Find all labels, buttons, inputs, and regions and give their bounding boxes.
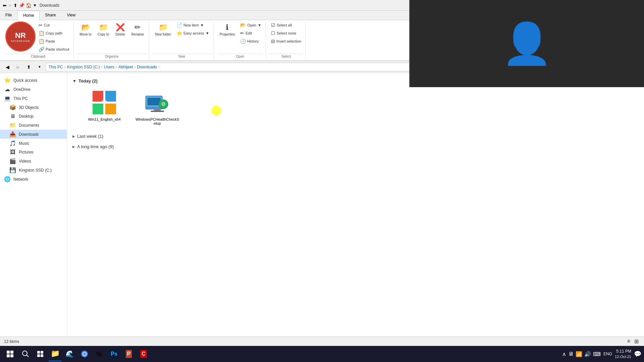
search-taskbar-button[interactable] <box>19 347 32 361</box>
logo-circle[interactable]: NR NOTEREVIEW <box>5 21 36 52</box>
details-view-button[interactable]: ≡ <box>626 338 632 345</box>
ribbon-group-select: ☑ Select all ☐ Select none ⊟ Invert sele… <box>267 21 306 59</box>
start-button[interactable] <box>3 347 17 361</box>
history-button[interactable]: 🕒 History <box>238 38 263 45</box>
app-taskbar-button[interactable]: C <box>137 347 150 361</box>
sidebar-item-desktop[interactable]: 🖥 Desktop <box>0 112 67 121</box>
copy-to-button[interactable]: 📁 Copy to <box>95 21 111 38</box>
select-none-button[interactable]: ☐ Select none <box>269 29 303 37</box>
date-group-long-ago-label: A long time ago (9) <box>77 144 114 149</box>
tab-share[interactable]: Share <box>40 11 61 20</box>
sidebar-item-kingston-ssd[interactable]: 💾 Kingston SSD (C:) <box>0 166 67 175</box>
title-bar-forward[interactable]: ➡ <box>8 3 12 8</box>
properties-button[interactable]: ℹ Properties <box>217 21 237 38</box>
task-view-button[interactable] <box>34 347 47 361</box>
select-all-button[interactable]: ☑ Select all <box>269 21 303 29</box>
sidebar-item-downloads[interactable]: 📥 Downloads <box>0 130 67 139</box>
new-folder-icon: 📁 <box>159 23 168 32</box>
ribbon-group-organize: 📂 Move to 📁 Copy to ❌ Delete ✏ Rename Or… <box>74 21 149 59</box>
breadcrumb-this-pc[interactable]: This PC <box>49 65 63 69</box>
taskbar-time[interactable]: 5:11 PM 12-Oct-21 <box>615 349 631 359</box>
sidebar-item-this-pc[interactable]: 💻 This PC <box>0 94 67 103</box>
keyboard-icon[interactable]: ⌨ <box>593 351 601 357</box>
new-folder-button[interactable]: 📁 New folder <box>153 21 173 38</box>
sidebar-item-onedrive[interactable]: ☁ OneDrive <box>0 85 67 94</box>
store-taskbar-button[interactable]: 🛍 <box>93 347 106 361</box>
svg-point-24 <box>83 353 86 355</box>
title-bar-dropdown[interactable]: ▼ <box>33 3 37 8</box>
sidebar-item-music[interactable]: 🎵 Music <box>0 139 67 148</box>
file-icon-winpchealth: ⚙ <box>144 89 171 116</box>
open-button[interactable]: 📂 Open ▼ <box>238 21 263 29</box>
wifi-icon[interactable]: 📶 <box>576 351 582 357</box>
svg-text:⚙: ⚙ <box>161 101 166 107</box>
sidebar-item-videos[interactable]: 🎬 Videos <box>0 157 67 166</box>
monitor-icon[interactable]: 🖥 <box>568 351 574 357</box>
up-button[interactable]: ⬆ <box>24 62 34 72</box>
copy-path-button[interactable]: 📋 Copy path <box>37 29 71 37</box>
svg-rect-15 <box>10 354 13 357</box>
svg-text:WIN: WIN <box>102 100 107 103</box>
easy-access-button[interactable]: ⭐ Easy access ▼ <box>175 29 211 37</box>
notifications-button[interactable]: 💬 <box>634 350 641 358</box>
sidebar-item-documents[interactable]: 📁 Documents <box>0 121 67 130</box>
paste-button[interactable]: 📋 Paste <box>37 38 71 45</box>
edge-taskbar-button[interactable]: 🌊 <box>63 347 76 361</box>
new-label: New <box>153 54 211 59</box>
language-indicator[interactable]: ENG <box>603 352 612 356</box>
file-explorer-taskbar-button[interactable]: 📁 <box>48 347 62 361</box>
svg-rect-8 <box>154 109 161 111</box>
sidebar-item-3d-objects[interactable]: 📦 3D Objects <box>0 103 67 112</box>
new-item-icon: 📄 <box>176 22 182 28</box>
quick-access-pin[interactable]: 📌 <box>19 3 24 8</box>
title-bar-fav[interactable]: 🏠 <box>26 3 32 8</box>
tab-view[interactable]: View <box>61 11 81 20</box>
speaker-icon[interactable]: 🔊 <box>584 351 591 357</box>
file-item-winpchealth[interactable]: ⚙ WindowsPCHealthCheckSetup <box>132 86 182 128</box>
invert-selection-button[interactable]: ⊟ Invert selection <box>269 38 303 45</box>
paste-shortcut-button[interactable]: 🔗 Paste shortcut <box>37 46 71 53</box>
svg-rect-3 <box>105 104 116 114</box>
large-icons-view-button[interactable]: ⊞ <box>633 338 640 345</box>
file-item-win11[interactable]: WIN Win11_English_x64 <box>79 86 129 128</box>
date-group-long-ago-header[interactable]: ▶ A long time ago (9) <box>72 144 639 149</box>
arrow-last-week: ▶ <box>72 134 75 138</box>
clipboard-label: Clipboard <box>5 54 71 59</box>
tab-file[interactable]: File <box>0 11 17 20</box>
svg-rect-1 <box>105 91 116 102</box>
sidebar-item-pictures[interactable]: 🖼 Pictures <box>0 148 67 157</box>
breadcrumb-users[interactable]: Users <box>104 65 114 69</box>
chrome-taskbar-button[interactable] <box>78 347 91 361</box>
sidebar-item-label-documents: Documents <box>19 123 39 128</box>
paste-icon: 📋 <box>39 39 44 44</box>
back-button[interactable]: ◀ <box>3 62 12 72</box>
title-bar-up[interactable]: ⬆ <box>13 3 17 8</box>
move-to-button[interactable]: 📂 Move to <box>77 21 94 38</box>
recent-button[interactable]: ▼ <box>35 62 44 72</box>
chevron-up-icon[interactable]: ∧ <box>562 351 566 357</box>
sidebar-item-quick-access[interactable]: ⭐ Quick access <box>0 76 67 85</box>
cut-button[interactable]: ✂ Cut <box>37 21 71 29</box>
date-group-last-week-header[interactable]: ▶ Last week (1) <box>72 134 639 139</box>
breadcrumb-downloads[interactable]: Downloads <box>137 65 157 69</box>
easy-access-icon: ⭐ <box>176 31 182 36</box>
delete-button[interactable]: ❌ Delete <box>113 21 127 38</box>
sidebar-item-label-network: Network <box>13 177 28 182</box>
status-bar: 12 items ≡ ⊞ <box>0 337 644 346</box>
tab-home[interactable]: Home <box>17 11 40 20</box>
photoshop-taskbar-button[interactable]: Ps <box>107 347 121 361</box>
edit-button[interactable]: ✏ Edit <box>238 29 263 37</box>
breadcrumb-kingston[interactable]: Kingston SSD (C:) <box>67 65 100 69</box>
powerpoint-taskbar-button[interactable]: P <box>122 347 136 361</box>
title-bar-back[interactable]: ⬅ <box>3 3 7 8</box>
new-item-button[interactable]: 📄 New item ▼ <box>175 21 211 29</box>
rename-button[interactable]: ✏ Rename <box>129 21 146 38</box>
breadcrumb-abhijeet[interactable]: Abhijeet <box>118 65 133 69</box>
date-group-last-week: ▶ Last week (1) <box>72 134 639 139</box>
forward-button[interactable]: ▶ <box>13 62 23 72</box>
sidebar-item-network[interactable]: 🌐 Network <box>0 175 67 184</box>
arrow-today: ▼ <box>72 79 76 83</box>
date-group-today-label: Today (2) <box>78 78 98 83</box>
svg-point-16 <box>22 351 27 356</box>
sidebar-item-label-downloads: Downloads <box>19 132 39 137</box>
